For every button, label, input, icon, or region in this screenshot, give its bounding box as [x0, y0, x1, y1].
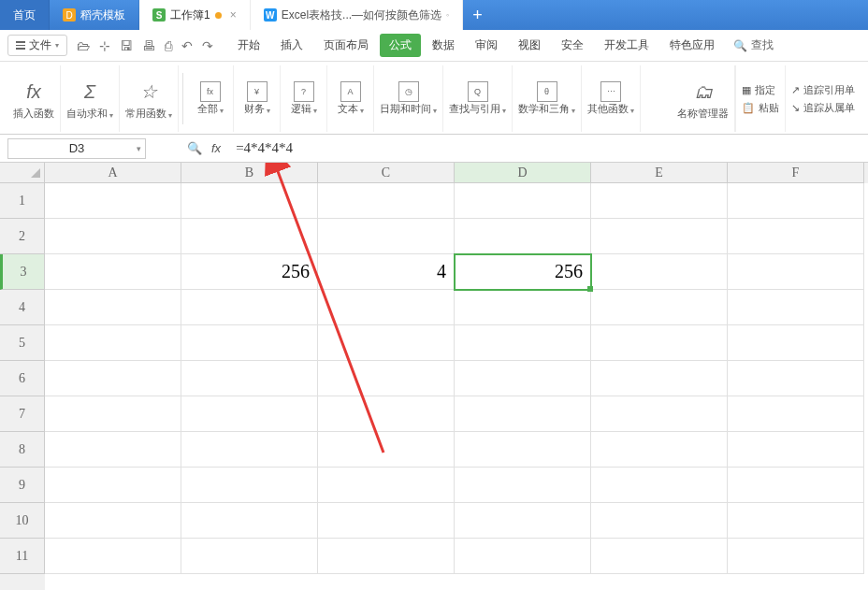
cell-D6[interactable] [455, 361, 591, 396]
cell-A3[interactable] [45, 254, 181, 290]
cell-E5[interactable] [591, 325, 728, 361]
col-header-A[interactable]: A [45, 163, 181, 183]
cell-F9[interactable] [728, 468, 864, 503]
cell-F3[interactable] [728, 254, 864, 290]
tab-add-button[interactable]: + [463, 0, 492, 30]
col-header-F[interactable]: F [728, 163, 864, 183]
cell-D11[interactable] [455, 539, 591, 574]
cell-D1[interactable] [455, 183, 591, 219]
cell-D8[interactable] [455, 432, 591, 468]
cell-D4[interactable] [455, 290, 591, 325]
rg-text[interactable]: A 文本 [327, 65, 374, 132]
cell-E3[interactable] [591, 254, 728, 290]
file-menu-button[interactable]: 文件 ▾ [7, 35, 67, 56]
tab-page-layout[interactable]: 页面布局 [314, 34, 378, 57]
print-preview-icon[interactable]: ⎙ [165, 38, 172, 53]
cell-E10[interactable] [591, 503, 728, 539]
rg-common-functions[interactable]: ☆ 常用函数 [120, 65, 179, 132]
tab-formula[interactable]: 公式 [380, 34, 421, 57]
cell-B9[interactable] [181, 468, 318, 503]
row-header-5[interactable]: 5 [0, 325, 45, 361]
formula-input[interactable]: =4*4*4*4 [232, 138, 868, 158]
paste-button[interactable]: 📋粘贴 [742, 101, 779, 115]
cell-B7[interactable] [181, 396, 318, 432]
cell-A7[interactable] [45, 396, 181, 432]
tab-insert[interactable]: 插入 [271, 34, 312, 57]
col-header-D[interactable]: D [455, 163, 591, 183]
cell-C4[interactable] [318, 290, 455, 325]
cell-D3[interactable]: 256 [455, 254, 591, 290]
rg-other-functions[interactable]: ⋯ 其他函数 [582, 65, 641, 132]
cell-A4[interactable] [45, 290, 181, 325]
tab-security[interactable]: 安全 [552, 34, 593, 57]
trace-precedents-button[interactable]: ↗追踪引用单 [791, 83, 855, 97]
row-header-7[interactable]: 7 [0, 396, 45, 432]
cell-B6[interactable] [181, 361, 318, 396]
cell-C5[interactable] [318, 325, 455, 361]
cell-C2[interactable] [318, 219, 455, 254]
cell-D9[interactable] [455, 468, 591, 503]
rg-finance[interactable]: ¥ 财务 [234, 65, 281, 132]
cell-C11[interactable] [318, 539, 455, 574]
undo-icon[interactable]: ↶ [181, 38, 193, 53]
cell-F4[interactable] [728, 290, 864, 325]
tab-workbook-active[interactable]: S 工作簿1 × [139, 0, 251, 30]
cell-E8[interactable] [591, 432, 728, 468]
folder-open-icon[interactable]: 🗁 [77, 38, 90, 53]
cell-A10[interactable] [45, 503, 181, 539]
cell-E9[interactable] [591, 468, 728, 503]
tab-data[interactable]: 数据 [423, 34, 464, 57]
cell-E1[interactable] [591, 183, 728, 219]
tab-view[interactable]: 视图 [509, 34, 550, 57]
cell-E7[interactable] [591, 396, 728, 432]
cell-C1[interactable] [318, 183, 455, 219]
row-header-1[interactable]: 1 [0, 183, 45, 219]
cell-E6[interactable] [591, 361, 728, 396]
tab-review[interactable]: 审阅 [466, 34, 507, 57]
cell-F2[interactable] [728, 219, 864, 254]
chevron-down-icon[interactable]: ▾ [137, 144, 141, 153]
cell-A11[interactable] [45, 539, 181, 574]
name-box[interactable]: D3 ▾ [7, 138, 146, 159]
col-header-B[interactable]: B [181, 163, 318, 183]
cell-E2[interactable] [591, 219, 728, 254]
row-header-11[interactable]: 11 [0, 539, 45, 574]
cell-B1[interactable] [181, 183, 318, 219]
zoom-icon[interactable]: 🔍 [187, 141, 202, 155]
cell-D5[interactable] [455, 325, 591, 361]
cell-F7[interactable] [728, 396, 864, 432]
trace-dependents-button[interactable]: ↘追踪从属单 [791, 101, 855, 115]
cell-A5[interactable] [45, 325, 181, 361]
cell-A8[interactable] [45, 432, 181, 468]
cell-A1[interactable] [45, 183, 181, 219]
cell-C9[interactable] [318, 468, 455, 503]
cell-B3[interactable]: 256 [181, 254, 318, 290]
cell-D2[interactable] [455, 219, 591, 254]
cell-F6[interactable] [728, 361, 864, 396]
cell-F11[interactable] [728, 539, 864, 574]
fx-icon[interactable]: fx [211, 141, 221, 155]
cell-A9[interactable] [45, 468, 181, 503]
cell-B11[interactable] [181, 539, 318, 574]
new-icon[interactable]: ⊹ [99, 38, 110, 53]
cell-C3[interactable]: 4 [318, 254, 455, 290]
cell-B10[interactable] [181, 503, 318, 539]
tab-excel-tips[interactable]: W Excel表格技...—如何按颜色筛选 ◦ [251, 0, 464, 30]
row-header-2[interactable]: 2 [0, 219, 45, 254]
row-header-3[interactable]: 3 [0, 254, 45, 290]
rg-math-trig[interactable]: θ 数学和三角 [513, 65, 582, 132]
cell-D10[interactable] [455, 503, 591, 539]
cell-F5[interactable] [728, 325, 864, 361]
rg-datetime[interactable]: ◷ 日期和时间 [374, 65, 443, 132]
row-header-8[interactable]: 8 [0, 432, 45, 468]
cell-C7[interactable] [318, 396, 455, 432]
cell-B5[interactable] [181, 325, 318, 361]
cell-B4[interactable] [181, 290, 318, 325]
rg-all[interactable]: fx 全部 [187, 65, 234, 132]
cell-F10[interactable] [728, 503, 864, 539]
cell-F1[interactable] [728, 183, 864, 219]
row-header-9[interactable]: 9 [0, 468, 45, 503]
cell-C8[interactable] [318, 432, 455, 468]
row-header-4[interactable]: 4 [0, 290, 45, 325]
tab-template[interactable]: D 稻壳模板 [50, 0, 139, 30]
